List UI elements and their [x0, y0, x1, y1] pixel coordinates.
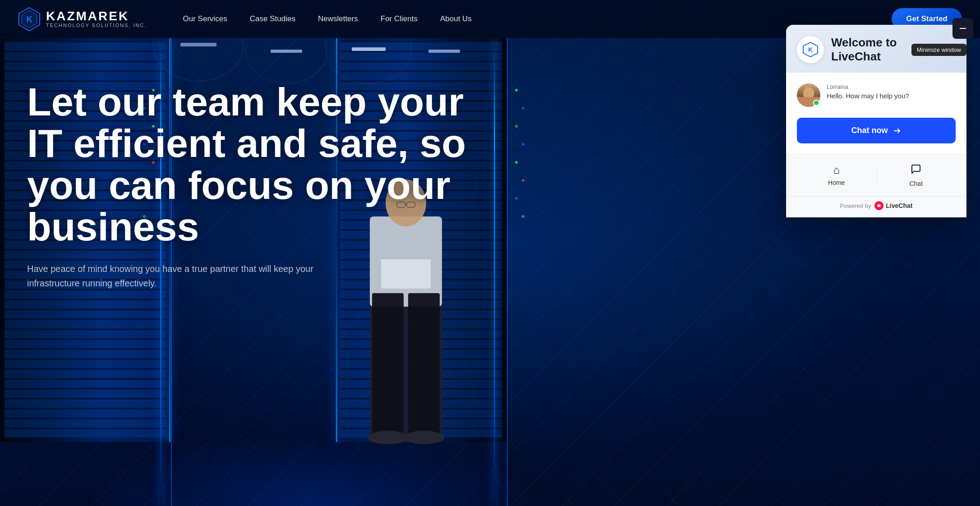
livechat-body: Lorraina Hello. How may I help you? Chat…	[786, 73, 966, 154]
svg-text:K: K	[808, 46, 813, 53]
svg-point-45	[522, 215, 525, 218]
agent-row: Lorraina Hello. How may I help you?	[797, 83, 956, 107]
livechat-brand: LiveChat	[874, 201, 912, 210]
tab-home-label: Home	[828, 179, 845, 186]
svg-rect-49	[960, 28, 966, 29]
tab-chat[interactable]: Chat	[877, 164, 956, 187]
home-icon: ⌂	[833, 164, 840, 176]
nav-our-services[interactable]: Our Services	[183, 14, 227, 23]
minimize-tooltip: Minimize window	[911, 44, 966, 56]
minimize-button[interactable]	[952, 18, 973, 39]
logo-main: KAZMAREK	[46, 10, 147, 23]
tab-home[interactable]: ⌂ Home	[797, 164, 876, 187]
send-icon	[893, 126, 902, 135]
nav-links: Our Services Case Studies Newsletters Fo…	[183, 14, 892, 23]
logo[interactable]: K KAZMAREK TECHNOLOGY SOLUTIONS, INC.	[18, 7, 147, 32]
svg-rect-4	[180, 43, 216, 46]
agent-name: Lorraina	[827, 83, 956, 90]
svg-rect-10	[428, 50, 460, 53]
svg-point-44	[515, 197, 518, 200]
livechat-widget: Minimize window K Welcome to LiveChat	[786, 25, 966, 217]
hero-section: K KAZMAREK TECHNOLOGY SOLUTIONS, INC. Ou…	[0, 0, 980, 506]
livechat-title-line1: Welcome to	[831, 36, 897, 49]
logo-sub: TECHNOLOGY SOLUTIONS, INC.	[46, 23, 147, 28]
chat-now-button[interactable]: Chat now	[797, 118, 956, 143]
svg-rect-6	[271, 50, 302, 53]
svg-rect-8	[352, 47, 386, 51]
nav-for-clients[interactable]: For Clients	[381, 14, 418, 23]
svg-point-40	[515, 125, 518, 128]
nav-case-studies[interactable]: Case Studies	[250, 14, 295, 23]
tab-chat-label: Chat	[909, 180, 923, 187]
kazmarek-logo-small: K	[802, 41, 819, 58]
svg-text:K: K	[27, 15, 32, 24]
livechat-footer-tabs: ⌂ Home Chat	[786, 154, 966, 196]
hero-content: Let our team keep your IT efficient and …	[27, 81, 478, 290]
svg-point-38	[515, 89, 518, 92]
svg-point-41	[522, 143, 525, 146]
agent-avatar	[797, 83, 820, 107]
svg-rect-37	[90, 361, 541, 506]
nav-newsletters[interactable]: Newsletters	[318, 14, 358, 23]
svg-point-42	[515, 161, 518, 164]
online-indicator	[813, 100, 819, 106]
minimize-icon	[958, 24, 967, 33]
logo-icon: K	[18, 7, 41, 32]
agent-message: Lorraina Hello. How may I help you?	[827, 83, 956, 100]
chat-now-label: Chat now	[851, 126, 888, 135]
chat-icon	[911, 164, 921, 177]
svg-rect-53	[878, 205, 881, 207]
hero-headline: Let our team keep your IT efficient and …	[27, 81, 478, 248]
logo-text: KAZMAREK TECHNOLOGY SOLUTIONS, INC.	[46, 10, 147, 28]
nav-about-us[interactable]: About Us	[440, 14, 472, 23]
livechat-brand-icon	[874, 201, 883, 210]
powered-by-text: Powered by	[840, 202, 871, 209]
livechat-title-line2: LiveChat	[831, 50, 881, 63]
livechat-brand-name: LiveChat	[886, 202, 912, 209]
hero-subtext: Have peace of mind knowing you have a tr…	[27, 262, 343, 290]
powered-by-bar: Powered by LiveChat	[786, 196, 966, 217]
svg-point-43	[522, 179, 525, 182]
agent-text: Hello. How may I help you?	[827, 92, 956, 100]
livechat-logo: K	[797, 36, 824, 63]
svg-point-39	[522, 107, 525, 110]
